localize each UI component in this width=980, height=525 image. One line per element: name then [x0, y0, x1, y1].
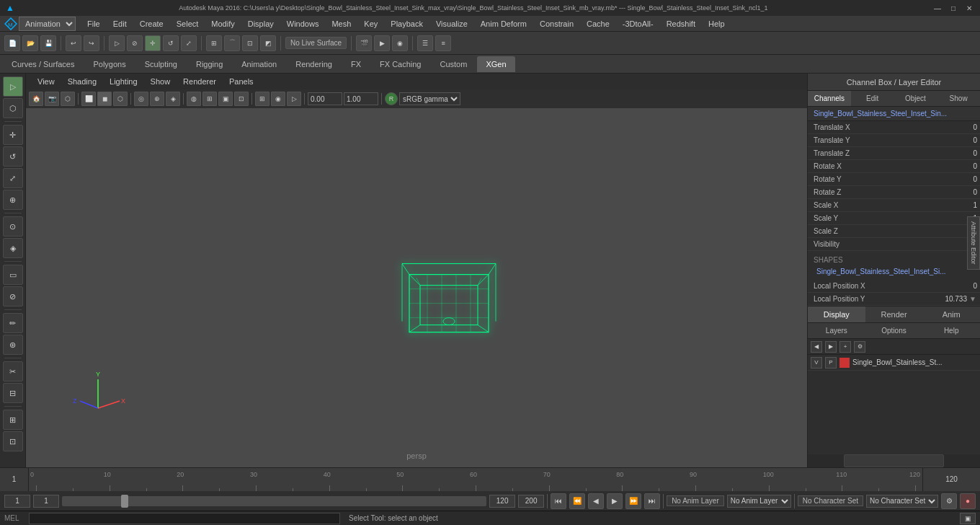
menu-animdeform[interactable]: Anim Deform — [475, 18, 533, 30]
camera-select-btn[interactable]: 📷 — [45, 92, 59, 106]
snap-curve-button[interactable]: ⌒ — [224, 35, 240, 51]
render-settings-button[interactable]: 🎬 — [356, 35, 372, 51]
color-space-select[interactable]: sRGB gamma — [399, 92, 460, 105]
expand-icon[interactable]: ▼ — [968, 295, 977, 304]
next-layer-button[interactable]: ▶ — [825, 341, 837, 353]
mel-input[interactable] — [29, 513, 340, 524]
renderer-icon[interactable]: R — [385, 92, 398, 105]
step-back-button[interactable]: ⏪ — [569, 493, 585, 509]
play-back-button[interactable]: ◀ — [588, 493, 604, 509]
snap-to-point-btn[interactable]: ⊡ — [3, 431, 23, 451]
close-button[interactable]: ✕ — [964, 3, 974, 13]
near-clip-input[interactable] — [308, 92, 342, 105]
tab-polygons[interactable]: Polygons — [84, 56, 134, 72]
lighting-menu[interactable]: Lighting — [104, 76, 143, 87]
anim-tab[interactable]: Anim — [922, 306, 980, 322]
region-cut-btn[interactable]: ✂ — [3, 361, 23, 381]
viewport[interactable]: View Shading Lighting Show Renderer Pane… — [26, 74, 807, 467]
character-set-select[interactable]: No Character Set — [866, 495, 938, 508]
soft-modification-btn[interactable]: ⊙ — [3, 216, 23, 237]
attribute-editor-tab[interactable]: Attribute Editor — [967, 216, 980, 270]
camera-gate-btn[interactable]: ⊡ — [234, 92, 249, 106]
camera-home-btn[interactable]: 🏠 — [29, 92, 43, 106]
open-scene-button[interactable]: 📂 — [22, 35, 38, 51]
anim-layer-button[interactable]: ≡ — [435, 35, 451, 51]
xray-bones-btn[interactable]: ⊕ — [150, 92, 164, 106]
menu-modify[interactable]: Modify — [205, 18, 240, 30]
tab-sculpting[interactable]: Sculpting — [136, 56, 186, 72]
scale-tool-btn[interactable]: ⤢ — [3, 168, 23, 188]
menu-key[interactable]: Key — [358, 18, 383, 30]
range-max-input[interactable] — [518, 495, 544, 508]
menu-select[interactable]: Select — [171, 18, 205, 30]
hold-out-btn[interactable]: ▷ — [287, 92, 301, 106]
menu-cache[interactable]: Cache — [581, 18, 615, 30]
layer-options-button[interactable]: ⚙ — [854, 341, 865, 353]
render-button[interactable]: ▶ — [374, 35, 390, 51]
menu-playback[interactable]: Playback — [385, 18, 429, 30]
panels-menu[interactable]: Panels — [223, 76, 259, 87]
shading-menu[interactable]: Shading — [62, 76, 102, 87]
scale-z-row[interactable]: Scale Z 1 — [808, 225, 980, 238]
sculpt-btn[interactable]: ✏ — [3, 313, 23, 333]
ipr-button[interactable]: ◉ — [392, 35, 408, 51]
far-clip-input[interactable] — [344, 92, 378, 105]
show-manip-btn[interactable]: ◈ — [3, 238, 23, 258]
menu-visualize[interactable]: Visualize — [430, 18, 473, 30]
camera-persp-btn[interactable]: ⬡ — [61, 92, 75, 106]
wireframe-btn[interactable]: ⬜ — [81, 92, 96, 106]
display-layer-button[interactable]: ☰ — [417, 35, 433, 51]
tab-xgen[interactable]: XGen — [477, 56, 514, 72]
renderer-menu[interactable]: Renderer — [177, 76, 222, 87]
tab-curves-surfaces[interactable]: Curves / Surfaces — [3, 56, 83, 72]
tab-animation[interactable]: Animation — [233, 56, 285, 72]
bounding-box-btn[interactable]: ⬡ — [113, 92, 128, 106]
rotate-x-row[interactable]: Rotate X 0 — [808, 160, 980, 173]
channels-tab[interactable]: Channels — [808, 91, 851, 106]
select-tool-button[interactable]: ▷ — [109, 35, 125, 51]
menu-mesh[interactable]: Mesh — [326, 18, 357, 30]
translate-x-row[interactable]: Translate X 0 — [808, 121, 980, 134]
rotate-y-row[interactable]: Rotate Y 0 — [808, 173, 980, 186]
edit-tab[interactable]: Edit — [851, 91, 894, 106]
menu-redshift[interactable]: Redshift — [661, 18, 701, 30]
prev-layer-button[interactable]: ◀ — [811, 341, 822, 353]
add-layer-button[interactable]: + — [839, 341, 851, 353]
char-set-options-button[interactable]: ⚙ — [941, 493, 957, 509]
redo-button[interactable]: ↪ — [84, 35, 99, 51]
scale-tool-button[interactable]: ⤢ — [181, 35, 197, 51]
minimize-button[interactable]: — — [932, 3, 943, 13]
maximize-button[interactable]: □ — [948, 3, 958, 13]
help-tab[interactable]: Help — [922, 323, 980, 338]
local-pos-x-row[interactable]: Local Position X 0 — [808, 280, 980, 293]
go-to-end-button[interactable]: ⏭ — [644, 493, 660, 509]
menu-help[interactable]: Help — [703, 18, 731, 30]
menu-constrain[interactable]: Constrain — [534, 18, 579, 30]
rotate-tool-button[interactable]: ↺ — [163, 35, 179, 51]
snap-to-grid-btn[interactable]: ⊞ — [3, 410, 23, 430]
grid-btn[interactable]: ⊞ — [255, 92, 270, 106]
options-tab[interactable]: Options — [865, 323, 923, 338]
frame-start-input[interactable] — [33, 495, 59, 508]
show-menu[interactable]: Show — [145, 76, 177, 87]
lasso-select-button[interactable]: ⊘ — [127, 35, 143, 51]
cluster-btn[interactable]: ⊛ — [3, 335, 23, 355]
object-tab[interactable]: Object — [894, 91, 937, 106]
active-comp-btn[interactable]: ◈ — [166, 92, 180, 106]
snap-point-button[interactable]: ⊡ — [242, 35, 258, 51]
script-editor-button[interactable]: ▣ — [960, 513, 976, 524]
smooth-btn[interactable]: ◼ — [97, 92, 112, 106]
local-pos-y-row[interactable]: Local Position Y 10.733 ▼ — [808, 293, 980, 306]
visibility-row[interactable]: Visibility on — [808, 238, 980, 251]
undo-button[interactable]: ↩ — [66, 35, 81, 51]
view-menu[interactable]: View — [32, 76, 61, 87]
paint-select-button[interactable]: ⬡ — [3, 98, 23, 118]
anim-layer-select[interactable]: No Anim Layer — [727, 495, 791, 508]
animation-selector[interactable]: Animation — [19, 17, 76, 31]
frame-end-input[interactable] — [489, 495, 515, 508]
layer-visibility-btn[interactable]: V — [811, 357, 822, 369]
menu-file[interactable]: File — [81, 18, 106, 30]
menu-create[interactable]: Create — [134, 18, 169, 30]
xray-btn[interactable]: ◎ — [134, 92, 148, 106]
resolution-gate-btn[interactable]: ⊞ — [202, 92, 217, 106]
